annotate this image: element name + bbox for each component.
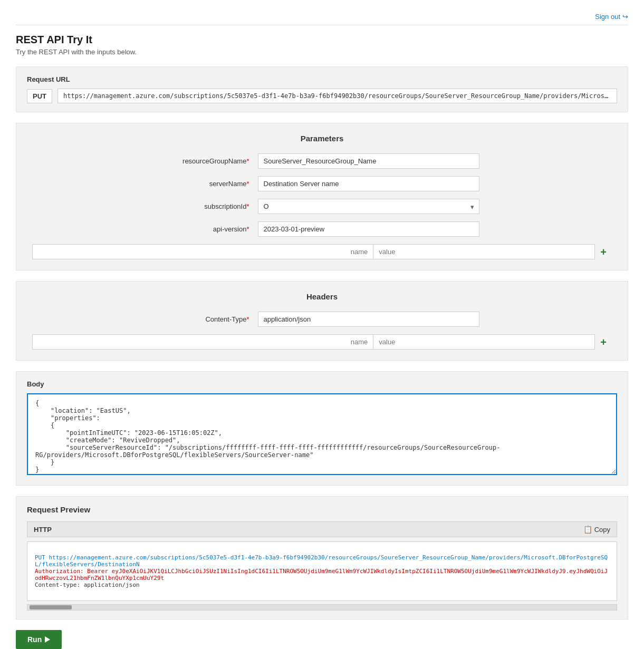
preview-auth-line: Authorization: Bearer eyJ0eXAiOiJKV1QiLC…: [35, 568, 608, 582]
param-label-api-version: api-version*: [165, 225, 249, 233]
add-param-button[interactable]: +: [595, 247, 612, 257]
content-type-input[interactable]: [258, 312, 479, 327]
custom-param-name-input[interactable]: [32, 244, 373, 259]
resource-group-name-input[interactable]: [258, 153, 479, 169]
custom-param-value-input[interactable]: [373, 244, 595, 259]
custom-header-name-input[interactable]: [32, 334, 373, 350]
param-row-subscription-id: subscriptionId* O: [16, 199, 628, 214]
body-label: Body: [27, 380, 617, 388]
required-star: *: [246, 315, 249, 323]
add-header-button[interactable]: +: [595, 337, 612, 347]
param-label-resource-group: resourceGroupName*: [165, 157, 249, 165]
param-label-subscription-id: subscriptionId*: [165, 202, 249, 210]
custom-param-row: +: [16, 244, 628, 259]
required-star: *: [246, 202, 249, 210]
url-row: PUT: [27, 89, 617, 103]
url-input[interactable]: [57, 89, 617, 103]
required-star: *: [246, 180, 249, 188]
param-row-api-version: api-version*: [16, 221, 628, 237]
sign-out-icon: ↪: [622, 13, 628, 21]
preview-scroll-thumb: [30, 605, 72, 609]
page-title: REST API Try It: [16, 34, 628, 46]
preview-content-type-line: Content-type: application/json: [35, 582, 140, 588]
sign-out-bar: Sign out ↪: [16, 11, 628, 25]
headers-section: Headers Content-Type* +: [16, 281, 628, 361]
copy-label: Copy: [594, 526, 610, 534]
subscription-id-select[interactable]: O: [258, 199, 479, 214]
param-label-server-name: serverName*: [165, 180, 249, 188]
copy-icon: 📋: [583, 525, 592, 534]
request-url-section: Request URL PUT: [16, 66, 628, 112]
api-version-input[interactable]: [258, 221, 479, 237]
param-row-server-name: serverName*: [16, 176, 628, 191]
run-label: Run: [27, 635, 42, 644]
parameters-section: Parameters resourceGroupName* serverName…: [16, 123, 628, 270]
body-textarea[interactable]: { "location": "EastUS", "properties": { …: [27, 393, 617, 475]
parameters-title: Parameters: [16, 134, 628, 143]
required-star: *: [246, 225, 249, 233]
http-method: PUT: [27, 89, 52, 103]
sign-out-label: Sign out: [595, 13, 620, 21]
preview-scroll-bar[interactable]: [27, 604, 617, 611]
request-preview-label: Request Preview: [27, 505, 617, 514]
preview-http-label: HTTP: [34, 526, 52, 534]
custom-header-value-input[interactable]: [373, 334, 595, 350]
request-url-label: Request URL: [27, 75, 617, 83]
sign-out-link[interactable]: Sign out ↪: [595, 13, 628, 21]
param-row-resource-group: resourceGroupName*: [16, 153, 628, 169]
custom-header-row: +: [16, 334, 628, 350]
body-textarea-wrapper: { "location": "EastUS", "properties": { …: [27, 393, 617, 477]
run-button[interactable]: Run: [16, 630, 62, 649]
param-label-content-type: Content-Type*: [165, 315, 249, 323]
run-icon: [45, 636, 50, 643]
preview-http-bar: HTTP 📋 Copy: [27, 521, 617, 537]
body-section: Body { "location": "EastUS", "properties…: [16, 371, 628, 486]
subscription-id-select-wrapper: O: [258, 199, 479, 214]
preview-put-line: PUT https://management.azure.com/subscri…: [35, 554, 608, 568]
copy-button[interactable]: 📋 Copy: [583, 525, 610, 534]
required-star: *: [246, 157, 249, 165]
preview-content: PUT https://management.azure.com/subscri…: [27, 541, 617, 601]
server-name-input[interactable]: [258, 176, 479, 191]
request-preview-section: Request Preview HTTP 📋 Copy PUT https://…: [16, 496, 628, 619]
param-row-content-type: Content-Type*: [16, 312, 628, 327]
headers-title: Headers: [16, 292, 628, 301]
page-subtitle: Try the REST API with the inputs below.: [16, 48, 628, 56]
